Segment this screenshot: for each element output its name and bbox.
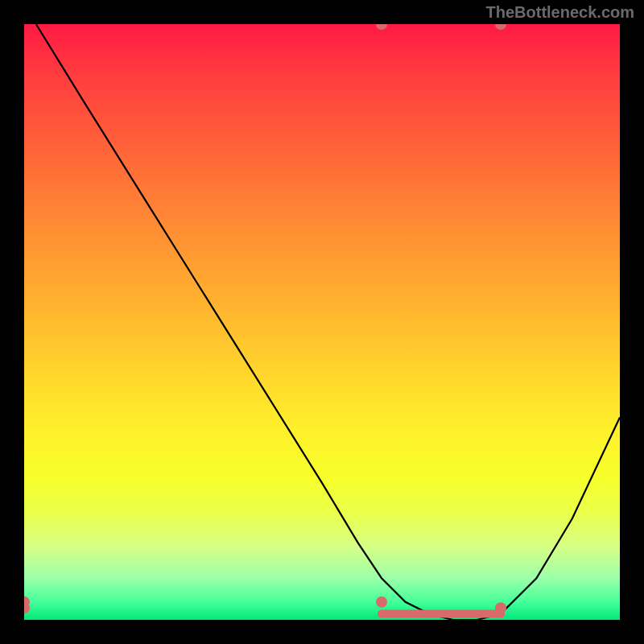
marker-right bbox=[495, 24, 506, 30]
watermark-text: TheBottleneck.com bbox=[486, 3, 634, 22]
chart-plot-area bbox=[24, 24, 620, 620]
marker-dot-left bbox=[376, 597, 387, 608]
bottleneck-curve-path bbox=[36, 24, 620, 620]
marker-dot-right bbox=[495, 602, 506, 613]
bottleneck-curve-svg bbox=[24, 24, 620, 620]
marker-left bbox=[376, 24, 387, 30]
